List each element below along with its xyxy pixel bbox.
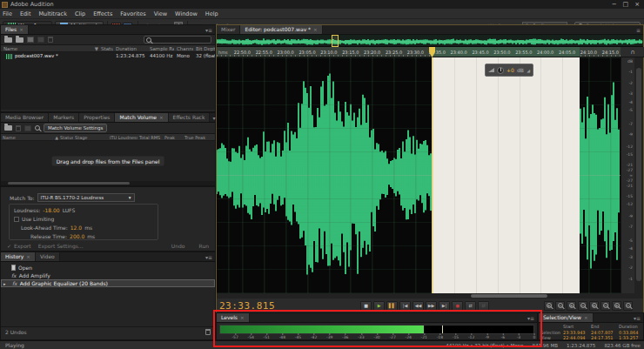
files-column-headers[interactable]: Name ▼StatusDurationSample RateChannelsB…	[1, 45, 215, 52]
match-column-header[interactable]: Total RMS	[138, 134, 163, 140]
insert-into-multitrack-icon[interactable]	[37, 37, 44, 43]
zoom-out-horizontal-button[interactable]: −	[578, 301, 587, 311]
pause-button[interactable]: ▌▌	[386, 301, 398, 311]
files-column-header[interactable]: Status	[98, 45, 113, 51]
file-row[interactable]: podcast007.wav *1:23:24.87544100 HzMono3…	[1, 52, 215, 60]
match-column-header[interactable]: Status	[58, 134, 73, 140]
record-button[interactable]: ●	[452, 301, 463, 311]
menu-window[interactable]: Window	[175, 10, 198, 17]
panel-menu-icon[interactable]: ▾≡	[525, 313, 537, 322]
open-file-icon[interactable]	[4, 37, 12, 43]
match-volume-settings-button[interactable]: Match Volume Settings	[44, 124, 107, 132]
playhead[interactable]	[432, 57, 433, 293]
minimize-button[interactable]: −	[612, 1, 617, 9]
zoom-in-horizontal-button[interactable]: +	[567, 301, 576, 311]
match-column-header[interactable]: Peak	[163, 134, 183, 140]
files-column-header[interactable]: Name ▼	[1, 45, 98, 51]
rewind-button[interactable]: ◀◀	[413, 301, 424, 311]
files-search-input[interactable]	[144, 36, 211, 44]
menu-file[interactable]: File	[3, 10, 12, 17]
waveform-display[interactable]: +0 dB ◢	[217, 57, 621, 293]
skip-to-end-button[interactable]: ▶|	[439, 301, 450, 311]
panel-menu-icon[interactable]: ▾≡	[631, 313, 643, 322]
match-to-dropdown[interactable]: ITU-R BS.1770-2 Loudness ▾	[37, 193, 135, 202]
close-icon[interactable]: ×	[313, 25, 318, 34]
undo-button[interactable]: Undo	[171, 243, 185, 249]
match-column-header[interactable]: ITU Loudness	[108, 134, 138, 140]
use-limiting-checkbox[interactable]	[14, 217, 19, 222]
close-button[interactable]: ×	[634, 1, 640, 9]
volume-knob[interactable]	[497, 67, 504, 74]
skip-to-start-button[interactable]: |◀	[399, 301, 411, 311]
tab-match-volume[interactable]: Match Volume×	[115, 113, 168, 122]
view-indicator[interactable]	[332, 35, 339, 47]
maximize-button[interactable]: □	[623, 1, 629, 9]
tab-video[interactable]: Video	[36, 252, 60, 261]
match-drop-area[interactable]: Drag and drop files from the Files panel	[1, 141, 215, 181]
waveform-selection[interactable]	[433, 57, 579, 293]
volume-hud[interactable]: +0 dB ◢	[485, 64, 533, 77]
tab-properties[interactable]: Properties	[79, 113, 115, 122]
history-item[interactable]: fxAdd Graphic Equalizer (20 Bands)	[1, 279, 215, 287]
menu-help[interactable]: Help	[205, 10, 218, 17]
files-column-header[interactable]: Channels	[174, 45, 193, 51]
panel-menu-icon[interactable]: ≡	[634, 25, 643, 34]
panel-menu-icon[interactable]: ▾≡	[203, 25, 215, 34]
menu-clip[interactable]: Clip	[75, 10, 85, 17]
tab-history[interactable]: History×	[1, 252, 36, 261]
zoom-out-vertical-button[interactable]: −	[600, 301, 610, 311]
loudness-value[interactable]: -18.00	[43, 207, 59, 213]
fast-forward-button[interactable]: ▶▶	[426, 301, 437, 311]
close-icon[interactable]: ×	[26, 252, 30, 261]
add-files-icon[interactable]	[4, 125, 12, 131]
timeline-ruler[interactable]: hms 22:50.022:55.023:00.023:05.023:10.02…	[217, 47, 621, 57]
match-column-header[interactable]: Name ▲	[1, 134, 58, 140]
playhead-handle[interactable]	[429, 47, 435, 57]
close-icon[interactable]: ×	[240, 313, 245, 322]
menu-effects[interactable]: Effects	[93, 10, 112, 17]
tab-selection-view[interactable]: Selection/View ×	[539, 313, 594, 322]
delete-file-icon[interactable]	[48, 37, 53, 43]
settings-icon[interactable]	[24, 125, 31, 131]
tab-editor[interactable]: Editor: podcast007.wav *×	[240, 25, 322, 34]
preview-icon[interactable]	[35, 125, 40, 131]
panel-menu-icon[interactable]: ▾≡	[203, 252, 215, 261]
files-column-header[interactable]: Duration	[113, 45, 147, 51]
tab-media-browser[interactable]: Media Browser	[1, 113, 49, 122]
menu-view[interactable]: View	[154, 10, 167, 17]
loop-playback-button[interactable]: ⇄	[465, 301, 476, 311]
match-column-header[interactable]: True Peak	[183, 134, 215, 140]
files-column-header[interactable]: Sample Rate	[147, 45, 174, 51]
close-icon[interactable]: ×	[19, 25, 23, 34]
ruler-options-icon[interactable]: ∩	[621, 47, 644, 57]
files-column-header[interactable]: Bit Depth	[193, 45, 215, 51]
zoom-in-button[interactable]: +	[544, 301, 553, 311]
skip-selection-button[interactable]: ⇄	[478, 301, 489, 311]
hud-value[interactable]: +0	[506, 67, 514, 73]
zoom-out-button[interactable]: −	[555, 301, 565, 311]
close-icon[interactable]: ×	[584, 313, 588, 322]
tab-files[interactable]: Files ×	[1, 25, 29, 34]
play-button[interactable]: ▶	[373, 301, 385, 311]
import-file-icon[interactable]	[16, 37, 23, 43]
match-column-header[interactable]: Stage	[73, 134, 108, 140]
history-item[interactable]: fxAdd Amplify	[1, 272, 215, 279]
scrollbar-thumb[interactable]	[8, 182, 130, 185]
export-settings-button[interactable]: Export Settings...	[38, 243, 84, 249]
tab-levels[interactable]: Levels ×	[217, 313, 250, 322]
remove-files-icon[interactable]	[16, 125, 21, 131]
media-browser-icon[interactable]	[27, 37, 34, 43]
time-display[interactable]: 23:33.815	[219, 300, 275, 312]
stop-button[interactable]: ■	[360, 301, 372, 311]
amplitude-ruler[interactable]: dB-1-1-2-2-3-3-4-4-5-5-7-7-9-9-12-12-15-…	[621, 57, 634, 293]
close-icon[interactable]: ×	[159, 113, 164, 122]
match-horizontal-scrollbar[interactable]	[1, 181, 215, 185]
menu-favorites[interactable]: Favorites	[120, 10, 145, 17]
zoom-full-button[interactable]: −	[623, 301, 633, 311]
run-button[interactable]: Run	[198, 243, 209, 249]
tab-effects-rack[interactable]: Effects Rack	[169, 113, 211, 122]
clear-history-icon[interactable]	[205, 329, 211, 335]
export-check-icon[interactable]: ✓	[7, 243, 11, 249]
zoom-selection-button[interactable]: +	[612, 301, 621, 311]
match-column-headers[interactable]: Name ▲StatusStageITU LoudnessTotal RMSPe…	[1, 134, 215, 141]
